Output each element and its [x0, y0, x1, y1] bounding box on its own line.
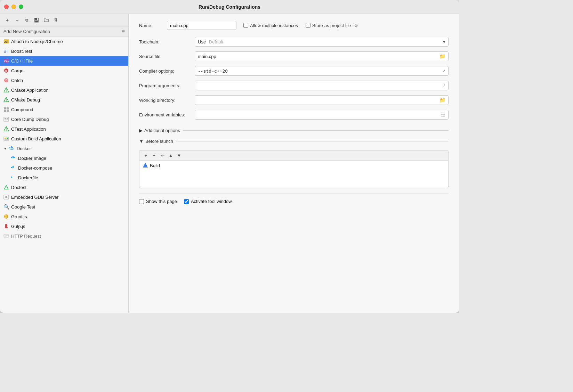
source-file-label: Source file:: [139, 54, 195, 59]
docker-group: ▼ Docker: [0, 144, 128, 182]
maximize-button[interactable]: [19, 5, 23, 9]
additional-options-section: ▶ Additional options: [139, 128, 449, 133]
list-item-custom-build[interactable]: Custom Build Application: [0, 134, 128, 144]
svg-text:JS: JS: [4, 40, 8, 43]
launch-list: Build: [139, 160, 449, 188]
svg-rect-39: [13, 167, 14, 168]
launch-up-button[interactable]: ▲: [167, 152, 174, 159]
list-item-docker-image[interactable]: Docker Image: [0, 153, 128, 163]
env-vars-edit-icon[interactable]: ☰: [441, 112, 445, 117]
launch-remove-button[interactable]: −: [151, 152, 158, 159]
boost-test-icon: BT: [3, 48, 9, 54]
list-item-doctest[interactable]: Doctest: [0, 182, 128, 192]
toolchain-select[interactable]: Use Default ▾: [195, 37, 449, 47]
list-item-label-core-dump: Core Dump Debug: [11, 117, 49, 122]
svg-rect-41: [11, 177, 12, 178]
main-content: + − ⧉ ⇅: [0, 14, 459, 313]
list-item-grunt[interactable]: G Grunt.js: [0, 212, 128, 221]
list-item-compound[interactable]: Compound: [0, 105, 128, 114]
svg-rect-23: [5, 120, 8, 120]
before-launch-chevron: ▼: [139, 139, 144, 144]
list-item-http-request[interactable]: HTTP HTTP Request: [0, 231, 128, 241]
launch-down-button[interactable]: ▼: [176, 152, 183, 159]
list-item-label-cpp-file: C/C++ File: [11, 58, 33, 64]
list-item-label-boost-test: Boost.Test: [11, 49, 32, 54]
list-item-core-dump[interactable]: Core Dump Debug: [0, 114, 128, 124]
open-folder-button[interactable]: [42, 16, 50, 24]
main-window: Run/Debug Configurations + − ⧉: [0, 0, 459, 313]
close-button[interactable]: [4, 5, 9, 9]
list-item-cargo[interactable]: R Cargo: [0, 66, 128, 75]
save-config-button[interactable]: [33, 16, 40, 24]
program-args-expand-icon[interactable]: ↗: [442, 83, 445, 88]
svg-rect-16: [4, 107, 6, 109]
custom-build-icon: [3, 136, 9, 141]
list-item-label-cmake-debug: CMake Debug: [11, 97, 40, 103]
launch-add-button[interactable]: +: [142, 152, 149, 159]
sort-button[interactable]: ⇅: [52, 16, 60, 24]
program-args-field[interactable]: ↗: [195, 81, 449, 90]
build-icon: [143, 163, 148, 169]
list-item-ctest-app[interactable]: CTest Application: [0, 124, 128, 134]
svg-rect-34: [11, 157, 12, 158]
list-item-google-test[interactable]: 🔍 Google Test: [0, 202, 128, 212]
name-input[interactable]: [167, 21, 236, 30]
allow-multiple-checkbox-item[interactable]: Allow multiple instances: [243, 23, 298, 28]
allow-multiple-checkbox[interactable]: [243, 23, 248, 28]
svg-rect-31: [11, 147, 12, 148]
list-item-label-compound: Compound: [11, 107, 33, 112]
store-project-gear-icon[interactable]: ⚙: [354, 23, 358, 28]
list-item-cpp-file[interactable]: C++ C/C++ File: [0, 56, 128, 66]
list-item-catch[interactable]: Catch: [0, 75, 128, 85]
activate-tool-window-label: Activate tool window: [191, 199, 232, 204]
store-project-checkbox-item[interactable]: Store as project file ⚙: [306, 23, 358, 28]
cpp-file-icon: C++: [3, 58, 9, 64]
minimize-button[interactable]: [11, 5, 16, 9]
source-file-field: main.cpp 📁: [195, 51, 449, 61]
list-item-dockerfile[interactable]: Dockerfile: [0, 173, 128, 182]
program-args-label: Program arguments:: [139, 83, 195, 88]
panel-header: Add New Configuration ≡: [0, 26, 128, 36]
list-item-gulp[interactable]: Gulp.js: [0, 221, 128, 231]
docker-group-header[interactable]: ▼ Docker: [0, 144, 128, 153]
store-project-checkbox[interactable]: [306, 23, 310, 28]
list-item-label-docker-image: Docker Image: [18, 156, 46, 161]
svg-point-45: [5, 196, 7, 198]
program-args-row: Program arguments: ↗: [139, 81, 449, 90]
launch-list-build-item[interactable]: Build: [139, 161, 448, 171]
source-file-folder-icon[interactable]: 📁: [439, 54, 445, 59]
activate-tool-window-checkbox-item[interactable]: Activate tool window: [184, 199, 232, 204]
svg-rect-49: [5, 224, 7, 227]
list-item-label-gulp: Gulp.js: [11, 224, 25, 229]
cmake-app-icon: [3, 87, 9, 93]
embedded-gdb-icon: [3, 194, 9, 200]
env-vars-row: Environment variables: ☰: [139, 110, 449, 120]
show-page-checkbox-item[interactable]: Show this page: [139, 199, 177, 204]
additional-options-toggle[interactable]: ▶ Additional options: [139, 128, 180, 133]
copy-config-button[interactable]: ⧉: [23, 16, 31, 24]
svg-text:R: R: [5, 69, 7, 73]
before-launch-toggle[interactable]: ▼ Before launch: [139, 139, 173, 144]
compiler-expand-icon[interactable]: ↗: [442, 69, 445, 73]
list-item-embedded-gdb[interactable]: Embedded GDB Server: [0, 192, 128, 202]
list-item-cmake-debug[interactable]: CMake Debug: [0, 95, 128, 105]
list-item-label-doctest: Doctest: [11, 185, 26, 190]
svg-rect-32: [12, 147, 13, 148]
list-item-cmake-app[interactable]: CMake Application: [0, 85, 128, 95]
toolbar: + − ⧉ ⇅: [0, 14, 128, 26]
activate-tool-window-checkbox[interactable]: [184, 199, 189, 204]
list-item-boost-test[interactable]: BT Boost.Test: [0, 46, 128, 56]
launch-edit-button[interactable]: ✏: [159, 152, 166, 159]
list-item-label-google-test: Google Test: [11, 204, 35, 210]
list-item-attach-node[interactable]: JS Attach to Node.js/Chrome: [0, 36, 128, 46]
svg-rect-19: [7, 110, 9, 112]
panel-sort-icon[interactable]: ≡: [122, 28, 125, 34]
add-config-button[interactable]: +: [3, 16, 11, 24]
working-dir-folder-icon[interactable]: 📁: [439, 97, 445, 103]
remove-config-button[interactable]: −: [13, 16, 21, 24]
catch-icon: [3, 77, 9, 83]
additional-options-divider: [183, 130, 449, 131]
list-item-docker-compose[interactable]: Docker-compose: [0, 163, 128, 173]
compiler-options-field[interactable]: --std=c++20 ↗: [195, 66, 449, 76]
show-page-checkbox[interactable]: [139, 199, 144, 204]
